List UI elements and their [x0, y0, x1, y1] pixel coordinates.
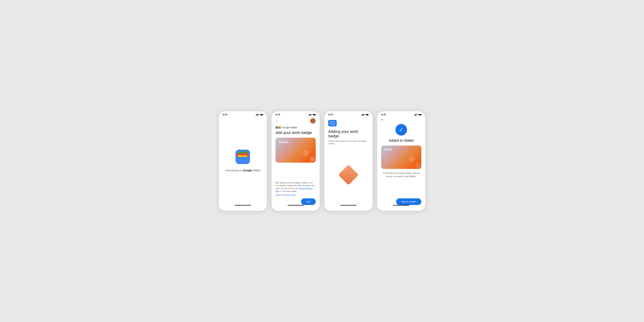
card-pattern-4 [408, 156, 421, 169]
home-indicator-4 [393, 205, 409, 206]
wifi-icon-3: ▾ [364, 114, 365, 116]
svg-point-0 [312, 119, 314, 121]
added-info-text: It works like your plastic badge. Just t… [381, 172, 421, 178]
wifi-icon-4: ▾ [417, 114, 418, 116]
phone-screen-2: 12:30 ▾ ← [272, 111, 320, 211]
screen2-header: ← [276, 117, 316, 126]
wifi-icon-1: ▾ [259, 114, 260, 116]
add-badge-title: Add your work badge [276, 130, 316, 135]
badge-icon-card [328, 120, 337, 126]
home-indicator-2 [288, 205, 304, 206]
terms-text-2: Terms and Privacy Policy [276, 194, 316, 196]
screen4-phone-content: × ✓ Added to Wallet Initech It works lik… [377, 117, 425, 211]
success-circle: ✓ [396, 124, 407, 136]
signal-icon-4 [414, 114, 416, 116]
screen1-main: Connecting to Google Wallet [223, 117, 263, 205]
home-indicator-3 [340, 205, 356, 206]
screen4-main: ✓ Added to Wallet Initech It works like … [381, 124, 421, 205]
time-3: 12:30 [328, 114, 333, 116]
adding-subtitle: Please don't leave or close this app whi… [328, 140, 368, 145]
status-bar-3: 12:30 ▾ [324, 111, 372, 117]
signal-icon-1 [256, 114, 258, 116]
time-4: 11:29 [381, 114, 386, 116]
badge-card-label-2: Initech [279, 140, 289, 144]
terms-link[interactable]: Terms [276, 194, 280, 196]
avatar-image [310, 119, 315, 123]
status-icons-3: ▾ [361, 114, 369, 116]
connecting-text: Connecting to Google Wallet [225, 169, 260, 172]
logo-yellow [278, 126, 279, 129]
svg-point-2 [303, 150, 309, 156]
phone-screen-3: 12:30 ▾ [324, 111, 372, 211]
adding-title: Adding your work badge [328, 129, 368, 138]
status-bar-4: 11:29 ▾ [377, 111, 425, 117]
wallet-logo-big [236, 150, 250, 164]
battery-icon-4 [419, 114, 422, 116]
badge-card-label-4: Initech [384, 148, 392, 151]
diamond-loader [328, 145, 368, 205]
google-wallet-logo [276, 126, 280, 129]
logo-blue [276, 126, 277, 129]
svg-point-3 [310, 156, 316, 162]
view-btn-container: View in Wallet [381, 198, 421, 205]
phone-screen-1: 12:30 ▾ C [219, 111, 267, 211]
add-btn-container: Add [276, 198, 316, 205]
battery-icon-3 [366, 114, 369, 116]
phone-screen-4: 11:29 ▾ × ✓ Added to Wallet [377, 111, 425, 211]
add-button[interactable]: Add [301, 198, 316, 205]
badge-card-pattern [303, 150, 316, 162]
screen1-phone-content: Connecting to Google Wallet [219, 117, 267, 211]
user-avatar[interactable] [310, 118, 316, 124]
svg-point-8 [409, 156, 414, 162]
back-button[interactable]: ← [276, 119, 279, 123]
signal-icon-2 [308, 114, 311, 116]
time-2: 12:30 [275, 114, 280, 116]
logo-layer-blue [236, 157, 249, 163]
svg-point-9 [415, 163, 421, 168]
wifi-icon-2: ▾ [312, 114, 312, 116]
home-indicator-1 [235, 205, 251, 206]
battery-icon-2 [313, 114, 316, 116]
screen3-main: Adding your work badge Please don't leav… [328, 117, 368, 205]
logo-red [279, 126, 280, 129]
status-bar-2: 12:30 ▾ [272, 111, 320, 117]
screens-container: 12:30 ▾ C [219, 111, 425, 211]
logo-green [277, 126, 278, 129]
screen2-phone-content: ← Google Wallet Add your work badge [272, 117, 320, 211]
battery-icon-1 [260, 114, 263, 116]
added-title: Added to Wallet [389, 138, 414, 143]
status-icons-4: ▾ [414, 114, 422, 116]
svg-point-5 [331, 122, 332, 124]
screen3-phone-content: Adding your work badge Please don't leav… [324, 117, 372, 211]
diamond-shape [338, 164, 358, 185]
google-wallet-brand: Google Wallet [276, 126, 316, 129]
status-bar-1: 12:30 ▾ [219, 111, 267, 117]
status-icons-1: ▾ [256, 114, 263, 116]
id-card-icon [330, 121, 335, 125]
badge-card-screen4: Initech [381, 146, 421, 169]
time-1: 12:30 [222, 114, 227, 116]
badge-card-screen2: Initech [276, 138, 316, 162]
signal-icon-3 [361, 114, 364, 116]
info-text-2: After adding your work badge to Wallet, … [276, 182, 316, 192]
google-wallet-label: Google Wallet [282, 126, 297, 129]
view-in-wallet-button[interactable]: View in Wallet [396, 198, 421, 205]
svg-point-1 [311, 122, 314, 123]
checkmark-icon: ✓ [399, 126, 404, 133]
screen4-header: × [381, 117, 421, 124]
status-icons-2: ▾ [308, 114, 316, 116]
privacy-policy-link[interactable]: Privacy Policy [285, 194, 296, 196]
close-button[interactable]: × [381, 118, 383, 122]
